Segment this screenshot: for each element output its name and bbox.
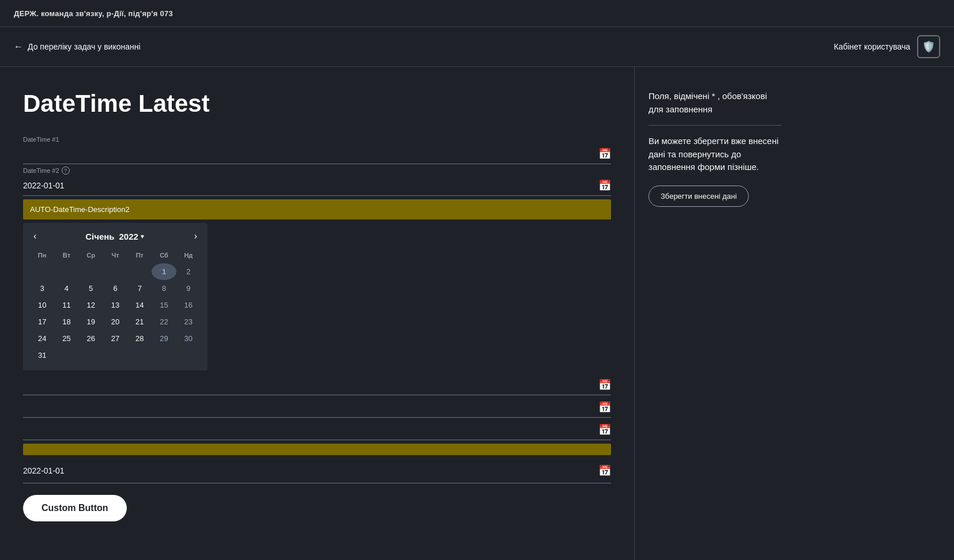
cal-day-22[interactable]: 22 bbox=[152, 313, 176, 330]
calendar-icon-bottom[interactable]: 📅 bbox=[598, 464, 611, 477]
day-header-tue: Вт bbox=[54, 249, 78, 263]
datetime-field-2: DateTime #2 ? 📅 bbox=[23, 167, 611, 196]
sidebar-save-text: Ви можете зберегти вже внесені дані та п… bbox=[648, 135, 782, 174]
cal-day-20[interactable]: 20 bbox=[103, 313, 127, 330]
datetime-field-3: 📅 bbox=[23, 375, 611, 395]
year-dropdown-arrow: ▼ bbox=[139, 233, 145, 240]
calendar-icon-2[interactable]: 📅 bbox=[598, 179, 611, 192]
cal-day-6[interactable]: 6 bbox=[103, 280, 127, 297]
cal-day-19[interactable]: 19 bbox=[79, 313, 103, 330]
cal-day-13[interactable]: 13 bbox=[103, 297, 127, 313]
cal-day-3[interactable]: 3 bbox=[30, 280, 54, 297]
nav-bar: ← До переліку задач у виконанні Кабінет … bbox=[0, 27, 954, 67]
field3-input[interactable] bbox=[23, 380, 598, 389]
nav-right: Кабінет користувача 🛡️ bbox=[834, 35, 940, 58]
cal-day-4[interactable]: 4 bbox=[54, 280, 78, 297]
calendar-month: Січень bbox=[85, 232, 114, 241]
cal-day-29[interactable]: 29 bbox=[152, 330, 176, 347]
calendar-header: ‹ Січень 2022 ▼ › bbox=[30, 230, 201, 243]
day-header-wed: Ср bbox=[79, 249, 103, 263]
cal-day-16[interactable]: 16 bbox=[176, 297, 201, 313]
year-dropdown[interactable]: 2022 ▼ bbox=[119, 232, 145, 241]
field2-input[interactable] bbox=[23, 181, 598, 190]
cal-day-10[interactable]: 10 bbox=[30, 297, 54, 313]
sidebar-divider bbox=[648, 125, 782, 126]
field2-input-row: 📅 bbox=[23, 176, 611, 196]
description-bar-2 bbox=[23, 444, 611, 455]
calendar-year: 2022 bbox=[119, 232, 138, 241]
cal-empty-2 bbox=[54, 263, 78, 280]
calendar-icon-1[interactable]: 📅 bbox=[598, 147, 611, 160]
bottom-field-value: 2022-01-01 bbox=[23, 466, 598, 475]
field2-label: DateTime #2 ? bbox=[23, 167, 611, 175]
next-month-button[interactable]: › bbox=[191, 230, 201, 243]
cal-day-30[interactable]: 30 bbox=[176, 330, 201, 347]
cal-day-17[interactable]: 17 bbox=[30, 313, 54, 330]
back-arrow-icon: ← bbox=[14, 41, 23, 52]
sidebar: Поля, відмічені * , обов'язкові для запо… bbox=[634, 67, 795, 560]
help-icon[interactable]: ? bbox=[62, 167, 70, 175]
description-bar: AUTO-DateTime-Description2 bbox=[23, 199, 611, 220]
cal-day-31[interactable]: 31 bbox=[30, 347, 54, 364]
datetime-field-1: DateTime #1 📅 bbox=[23, 136, 611, 164]
cal-day-27[interactable]: 27 bbox=[103, 330, 127, 347]
main-layout: DateTime Latest DateTime #1 📅 DateTime #… bbox=[0, 67, 954, 560]
datetime-field-5: 📅 bbox=[23, 420, 611, 440]
cal-day-9[interactable]: 9 bbox=[176, 280, 201, 297]
calendar-icon-5[interactable]: 📅 bbox=[598, 423, 611, 436]
user-label: Кабінет користувача bbox=[834, 42, 910, 51]
back-link[interactable]: ← До переліку задач у виконанні bbox=[14, 41, 141, 52]
back-label: До переліку задач у виконанні bbox=[28, 42, 141, 51]
content-area: DateTime Latest DateTime #1 📅 DateTime #… bbox=[0, 67, 634, 560]
page-title: DateTime Latest bbox=[23, 90, 611, 118]
field4-input-row: 📅 bbox=[23, 398, 611, 418]
day-header-fri: Пт bbox=[127, 249, 152, 263]
field1-label: DateTime #1 bbox=[23, 136, 611, 143]
cal-empty-4 bbox=[103, 263, 127, 280]
cal-day-12[interactable]: 12 bbox=[79, 297, 103, 313]
cal-day-18[interactable]: 18 bbox=[54, 313, 78, 330]
cal-day-21[interactable]: 21 bbox=[127, 313, 152, 330]
cal-empty-5 bbox=[127, 263, 152, 280]
user-emblem: 🛡️ bbox=[922, 40, 935, 53]
calendar-popup: ‹ Січень 2022 ▼ › Пн Вт Ср Чт Пт Сб Нд bbox=[23, 223, 208, 370]
cal-day-15[interactable]: 15 bbox=[152, 297, 176, 313]
calendar-icon-4[interactable]: 📅 bbox=[598, 401, 611, 414]
field3-input-row: 📅 bbox=[23, 375, 611, 395]
field1-input-row: 📅 bbox=[23, 144, 611, 164]
day-header-mon: Пн bbox=[30, 249, 54, 263]
cal-day-11[interactable]: 11 bbox=[54, 297, 78, 313]
cal-empty-3 bbox=[79, 263, 103, 280]
month-year-display: Січень 2022 ▼ bbox=[85, 232, 145, 241]
cal-day-2[interactable]: 2 bbox=[176, 263, 201, 280]
prev-month-button[interactable]: ‹ bbox=[30, 230, 40, 243]
cal-day-24[interactable]: 24 bbox=[30, 330, 54, 347]
cal-day-26[interactable]: 26 bbox=[79, 330, 103, 347]
user-icon[interactable]: 🛡️ bbox=[917, 35, 940, 58]
cal-day-25[interactable]: 25 bbox=[54, 330, 78, 347]
cal-day-8[interactable]: 8 bbox=[152, 280, 176, 297]
datetime-field-4: 📅 bbox=[23, 398, 611, 418]
cal-empty-1 bbox=[30, 263, 54, 280]
cal-day-5[interactable]: 5 bbox=[79, 280, 103, 297]
day-header-sun: Нд bbox=[176, 249, 201, 263]
sidebar-required-text: Поля, відмічені * , обов'язкові для запо… bbox=[648, 90, 782, 116]
calendar-icon-3[interactable]: 📅 bbox=[598, 379, 611, 391]
cal-day-28[interactable]: 28 bbox=[127, 330, 152, 347]
bottom-field-row: 2022-01-01 📅 bbox=[23, 459, 611, 483]
top-bar-title: ДЕРЖ. команда зв'язку, р-Дії, під'яр'я 0… bbox=[14, 9, 173, 18]
cal-day-7[interactable]: 7 bbox=[127, 280, 152, 297]
day-header-thu: Чт bbox=[103, 249, 127, 263]
cal-day-14[interactable]: 14 bbox=[127, 297, 152, 313]
calendar-grid: Пн Вт Ср Чт Пт Сб Нд 1 2 3 4 5 6 bbox=[30, 249, 201, 364]
cal-day-23[interactable]: 23 bbox=[176, 313, 201, 330]
field5-input[interactable] bbox=[23, 425, 598, 434]
field4-input[interactable] bbox=[23, 403, 598, 412]
day-header-sat: Сб bbox=[152, 249, 176, 263]
field1-input[interactable] bbox=[23, 149, 598, 158]
cal-day-1[interactable]: 1 bbox=[152, 263, 176, 280]
custom-button[interactable]: Custom Button bbox=[23, 495, 127, 521]
field5-input-row: 📅 bbox=[23, 420, 611, 440]
save-button[interactable]: Зберегти внесені дані bbox=[648, 186, 749, 207]
top-bar: ДЕРЖ. команда зв'язку, р-Дії, під'яр'я 0… bbox=[0, 0, 954, 27]
